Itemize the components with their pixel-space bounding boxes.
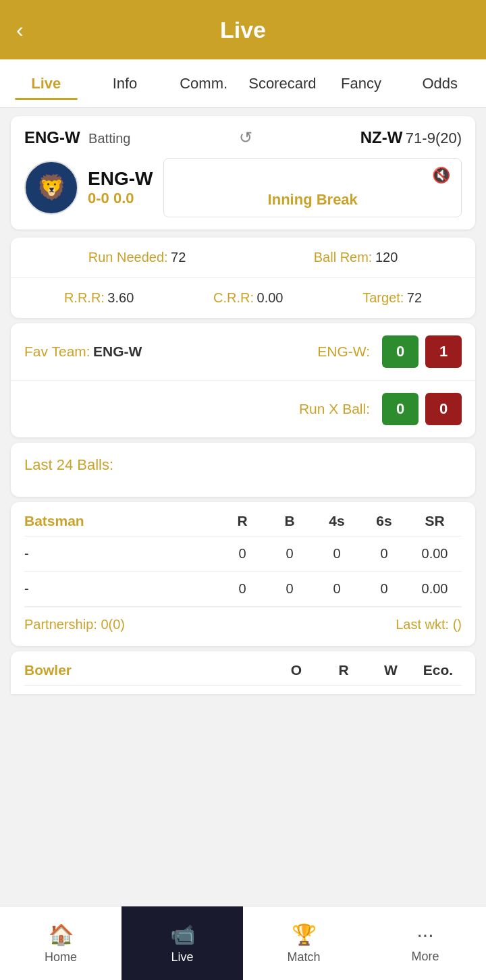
team-name: ENG-W	[88, 168, 153, 190]
col-r-bowler-header: R	[320, 662, 367, 678]
match-batting-label: Batting	[88, 131, 130, 146]
inning-break-box: 🔇 Inning Break	[163, 158, 462, 217]
nav-match-label: Match	[287, 950, 320, 964]
col-b-header: B	[266, 513, 313, 529]
batsman-table-header: Batsman R B 4s 6s SR	[24, 513, 462, 537]
stats-row-bottom: R.R.R: 3.60 C.R.R: 0.00 Target: 72	[11, 278, 475, 318]
batsman-2-6s: 0	[360, 581, 408, 597]
rxb-btn-green[interactable]: 0	[382, 393, 418, 425]
fav-bet-right: ENG-W: 0 1	[317, 335, 462, 368]
team-logo: 🦁	[24, 161, 78, 215]
nav-match[interactable]: 🏆 Match	[243, 923, 364, 964]
home-icon: 🏠	[49, 923, 74, 946]
run-needed-stat: Run Needed: 72	[88, 250, 186, 265]
match-header: ENG-W Batting ↺ NZ-W 71-9(20)	[24, 128, 462, 147]
nav-home-label: Home	[45, 950, 77, 964]
ball-rem-stat: Ball Rem: 120	[314, 250, 398, 265]
match-body: 🦁 ENG-W 0-0 0.0 🔇 Inning Break	[24, 158, 462, 217]
nav-live-label: Live	[171, 950, 193, 964]
fav-team-info: Fav Team: ENG-W	[24, 344, 142, 360]
col-o-header: O	[273, 662, 320, 678]
bowler-table-header: Bowler O R W Eco.	[24, 662, 462, 686]
batsman-1-r: 0	[219, 546, 266, 562]
bowler-table-card: Bowler O R W Eco.	[11, 651, 475, 694]
tab-scorecard[interactable]: Scorecard	[243, 68, 322, 99]
batsman-1-sr: 0.00	[408, 546, 462, 562]
batsman-2-b: 0	[266, 581, 313, 597]
batsman-2-r: 0	[219, 581, 266, 597]
svg-text:🦁: 🦁	[36, 173, 67, 202]
fav-btn-green[interactable]: 0	[382, 335, 418, 368]
tab-live[interactable]: Live	[7, 68, 86, 99]
crr-stat: C.R.R: 0.00	[213, 290, 283, 306]
refresh-icon[interactable]: ↺	[239, 128, 252, 147]
col-6s-header: 6s	[360, 513, 408, 529]
last-wkt-label: Last wkt: ()	[396, 617, 462, 632]
rxb-right: Run X Ball: 0 0	[299, 393, 462, 425]
run-x-ball-row: Run X Ball: 0 0	[11, 381, 475, 437]
col-w-header: W	[367, 662, 414, 678]
last-24-balls-card: Last 24 Balls:	[11, 443, 475, 497]
col-sr-header: SR	[408, 513, 462, 529]
team-name-score: ENG-W 0-0 0.0	[88, 168, 153, 207]
tab-info[interactable]: Info	[86, 68, 165, 99]
match-team-left-container: ENG-W Batting	[24, 128, 130, 147]
col-eco-header: Eco.	[414, 662, 462, 678]
batsman-2-4s: 0	[313, 581, 360, 597]
batsman-row-1: - 0 0 0 0 0.00	[24, 537, 462, 572]
bet-card: Fav Team: ENG-W ENG-W: 0 1 Run X Ball: 0…	[11, 323, 475, 437]
col-bowler-header: Bowler	[24, 662, 273, 678]
batsman-table-card: Batsman R B 4s 6s SR - 0 0 0 0 0.00 - 0 …	[11, 502, 475, 646]
back-button[interactable]: ‹	[16, 18, 24, 43]
team-score-small: 0-0 0.0	[88, 190, 153, 207]
batsman-1-b: 0	[266, 546, 313, 562]
stats-card: Run Needed: 72 Ball Rem: 120 R.R.R: 3.60…	[11, 238, 475, 318]
bottom-nav: 🏠 Home 📹 Live 🏆 Match ··· More	[0, 906, 486, 980]
header: ‹ Live	[0, 0, 486, 59]
batsman-2-name: -	[24, 581, 219, 597]
batsman-row-2: - 0 0 0 0 0.00	[24, 572, 462, 607]
match-card: ENG-W Batting ↺ NZ-W 71-9(20) 🦁 ENG-W 0-…	[11, 116, 475, 229]
nav-home[interactable]: 🏠 Home	[0, 923, 122, 964]
last-24-balls-title: Last 24 Balls:	[24, 456, 113, 473]
match-team-right: NZ-W	[360, 128, 403, 146]
batsman-2-sr: 0.00	[408, 581, 462, 597]
mute-icon[interactable]: 🔇	[432, 167, 450, 184]
stats-row-top: Run Needed: 72 Ball Rem: 120	[11, 238, 475, 278]
tab-fancy[interactable]: Fancy	[322, 68, 401, 99]
nav-more-label: More	[411, 950, 439, 964]
tab-odds[interactable]: Odds	[400, 68, 479, 99]
rxb-btn-red[interactable]: 0	[425, 393, 462, 425]
fav-row: Fav Team: ENG-W ENG-W: 0 1	[11, 323, 475, 381]
header-title: Live	[220, 17, 266, 43]
match-team-right-container: NZ-W 71-9(20)	[360, 128, 462, 147]
nav-live[interactable]: 📹 Live	[122, 906, 243, 980]
rrr-stat: R.R.R: 3.60	[64, 290, 134, 306]
match-team-left: ENG-W	[24, 128, 80, 146]
partnership-row: Partnership: 0(0) Last wkt: ()	[24, 607, 462, 635]
tab-bar: Live Info Comm. Scorecard Fancy Odds	[0, 59, 486, 108]
col-r-header: R	[219, 513, 266, 529]
batsman-1-4s: 0	[313, 546, 360, 562]
inning-break-text: Inning Break	[175, 191, 450, 209]
match-icon: 🏆	[292, 923, 317, 946]
batsman-1-6s: 0	[360, 546, 408, 562]
live-icon: 📹	[170, 923, 195, 946]
nav-more[interactable]: ··· More	[364, 923, 486, 964]
tab-comm[interactable]: Comm.	[164, 68, 243, 99]
team-info: 🦁 ENG-W 0-0 0.0	[24, 158, 153, 217]
partnership-label: Partnership: 0(0)	[24, 617, 125, 632]
fav-btn-red[interactable]: 1	[425, 335, 462, 368]
col-4s-header: 4s	[313, 513, 360, 529]
match-score-right: 71-9(20)	[406, 130, 462, 146]
col-batsman-header: Batsman	[24, 513, 219, 529]
target-stat: Target: 72	[362, 290, 422, 306]
batsman-1-name: -	[24, 546, 219, 562]
more-icon: ···	[416, 923, 433, 946]
